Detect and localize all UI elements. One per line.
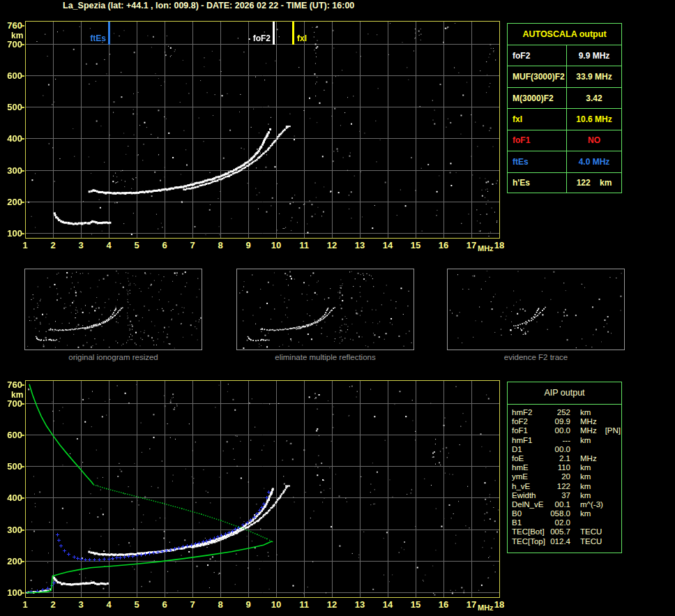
aip-param-unit: km xyxy=(580,436,591,445)
y-tick-mark xyxy=(22,497,24,499)
aip-param-label: h_vE xyxy=(512,482,548,491)
autoscala-table-row: ftEs4.0 MHz xyxy=(508,151,621,172)
y-tick-label: 500 xyxy=(1,102,22,112)
autoscala-rows: foF29.9 MHzMUF(3000)F233.9 MHzM(3000)F23… xyxy=(508,45,621,193)
x-tick-label: 14 xyxy=(379,599,397,610)
y-tick-label: 300 xyxy=(1,165,22,176)
aip-table-row: hmE110km xyxy=(508,463,621,472)
aip-param-label: foF2 xyxy=(512,417,548,426)
autoscala-param-label: foF1 xyxy=(508,130,567,151)
thumbnail-label-original: original ionogram resized xyxy=(24,353,202,361)
aip-param-unit: km xyxy=(580,463,591,472)
autoscala-panel-header: AUTOSCALA output xyxy=(508,24,621,45)
y-tick-mark xyxy=(22,202,24,203)
aip-param-unit: m^(-3) xyxy=(580,500,603,509)
x-tick-label: 14 xyxy=(379,240,397,250)
aip-param-label: B0 xyxy=(512,509,548,518)
autoscala-table-row: fxI10.6 MHz xyxy=(508,108,621,129)
aip-param-unit: MHz xyxy=(580,426,597,435)
x-tick-label: 13 xyxy=(351,599,369,610)
y-tick-label: 500 xyxy=(1,461,22,472)
aip-param-value: 252 xyxy=(548,408,570,417)
aip-rows: hmF2252kmfoF209.9MHzfoF100.0MHz[PN]hmF1-… xyxy=(508,405,621,546)
aip-table-row: TEC[Top]012.4TECU xyxy=(508,537,621,546)
aip-param-value: 00.0 xyxy=(548,445,570,454)
aip-param-value: 09.9 xyxy=(548,417,570,426)
x-tick-label: 11 xyxy=(295,240,313,250)
x-axis-unit-label: MHz xyxy=(478,603,494,612)
y-tick-mark xyxy=(22,25,24,27)
aip-param-value: 110 xyxy=(548,463,570,472)
aip-panel-header: AIP output xyxy=(508,382,621,405)
aip-param-value: 2.1 xyxy=(548,454,570,463)
thumbnail-original-canvas xyxy=(25,269,202,350)
aip-table-row: D100.0 xyxy=(508,445,621,454)
x-tick-label: 1 xyxy=(16,240,34,250)
autoscala-param-label: MUF(3000)F2 xyxy=(508,66,567,87)
aip-table-row: TEC[Bot]005.7TECU xyxy=(508,527,621,536)
aip-param-unit: km xyxy=(580,472,591,481)
x-tick-label: 4 xyxy=(100,240,118,250)
aip-param-label: hmE xyxy=(512,463,548,472)
aip-param-unit: km xyxy=(580,491,591,500)
aip-param-value: 00.1 xyxy=(548,500,570,509)
aip-param-label: TEC[Top] xyxy=(512,537,548,546)
y-tick-label: 700 xyxy=(1,398,22,409)
aip-param-unit: MHz xyxy=(580,454,597,463)
aip-param-label: foF1 xyxy=(512,426,548,435)
x-tick-label: 3 xyxy=(72,240,90,250)
aip-table-row: DelN_vE00.1m^(-3) xyxy=(508,500,621,509)
y-tick-label: 100 xyxy=(1,228,22,239)
aip-output-panel: AIP output hmF2252kmfoF209.9MHzfoF100.0M… xyxy=(507,382,622,553)
y-tick-mark xyxy=(22,138,24,140)
aip-param-value: 122 xyxy=(548,482,570,491)
marker-label-foF2: foF2 xyxy=(253,33,271,43)
aip-param-label: D1 xyxy=(512,445,548,454)
y-axis-unit-label: km xyxy=(11,31,23,40)
autoscala-param-label: M(3000)F2 xyxy=(508,88,567,108)
aip-param-value: 058.0 xyxy=(548,509,570,518)
profile-ionogram-canvas xyxy=(26,381,499,597)
y-tick-mark xyxy=(22,435,24,436)
x-tick-label: 2 xyxy=(44,599,62,610)
x-tick-label: 15 xyxy=(407,599,425,610)
x-tick-label: 9 xyxy=(239,240,257,250)
y-tick-mark xyxy=(22,44,24,45)
autoscala-table-row: M(3000)F23.42 xyxy=(508,87,621,108)
aip-param-unit: km xyxy=(580,408,591,417)
aip-param-value: --- xyxy=(548,436,570,445)
autoscala-app-window: La_Spezia (lat: +44.1 , lon: 009.8) - DA… xyxy=(0,0,675,616)
x-tick-label: 6 xyxy=(156,240,174,250)
y-tick-label: 600 xyxy=(1,430,22,440)
aip-param-flag: [PN] xyxy=(605,426,621,435)
autoscala-param-label: h'Es xyxy=(508,173,567,193)
aip-table-row: foF209.9MHz xyxy=(508,417,621,426)
autoscala-table-row: foF29.9 MHz xyxy=(508,45,621,66)
scaled-ionogram-canvas xyxy=(26,22,499,238)
x-tick-label: 7 xyxy=(183,599,202,610)
aip-param-value: 02.0 xyxy=(548,518,570,527)
y-tick-mark xyxy=(22,592,24,594)
y-tick-label: 400 xyxy=(1,133,22,144)
x-tick-label: 7 xyxy=(183,240,202,250)
aip-table-row: B102.0 xyxy=(508,518,621,527)
thumbnail-eliminate-canvas xyxy=(237,269,414,350)
aip-param-unit: TECU xyxy=(580,537,602,546)
y-tick-mark xyxy=(22,384,24,386)
y-tick-mark xyxy=(22,75,24,77)
aip-param-value: 00.0 xyxy=(548,426,570,435)
aip-param-value: 012.4 xyxy=(548,537,570,546)
aip-param-label: hmF2 xyxy=(512,408,548,417)
y-tick-label: 400 xyxy=(1,493,22,503)
aip-param-unit: MHz xyxy=(580,417,597,426)
aip-table-row: foF100.0MHz[PN] xyxy=(508,426,621,435)
thumbnail-evidence-canvas xyxy=(448,269,624,350)
x-tick-label: 5 xyxy=(128,240,146,250)
station-title: La_Spezia (lat: +44.1 , lon: 009.8) - DA… xyxy=(63,1,354,10)
marker-label-fxI: fxI xyxy=(297,33,307,43)
x-tick-label: 1 xyxy=(16,599,34,610)
aip-table-row: h_vE122km xyxy=(508,482,621,491)
y-tick-label: 100 xyxy=(1,587,22,598)
thumbnail-label-evidence: evidence F2 trace xyxy=(447,353,625,361)
aip-table-row: hmF2252km xyxy=(508,408,621,417)
